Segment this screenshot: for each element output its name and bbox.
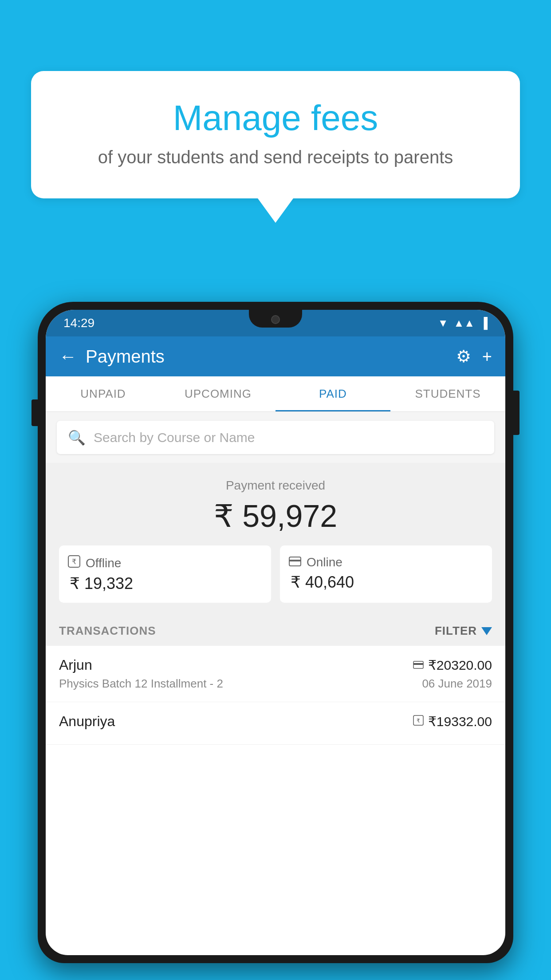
transaction-course: Physics Batch 12 Installment - 2 xyxy=(59,677,223,691)
payment-received-amount: ₹ 59,972 xyxy=(59,498,492,534)
tab-unpaid[interactable]: UNPAID xyxy=(46,376,161,411)
tabs: UNPAID UPCOMING PAID STUDENTS xyxy=(46,376,505,412)
gear-icon[interactable]: ⚙ xyxy=(456,347,471,366)
transaction-amount-wrap-2: ₹ ₹19332.00 xyxy=(413,714,492,729)
transaction-row[interactable]: Arjun ₹20320.00 Physics Batch 12 Install… xyxy=(46,646,505,702)
phone-screen: 14:29 ▼ ▲▲ ▐ ← Payments ⚙ + xyxy=(46,310,505,955)
signal-icon: ▲▲ xyxy=(453,317,475,329)
status-icons: ▼ ▲▲ ▐ xyxy=(438,317,488,329)
search-container: 🔍 Search by Course or Name xyxy=(46,412,505,463)
svg-rect-5 xyxy=(413,663,423,665)
transaction-name: Arjun xyxy=(59,657,92,673)
phone-outer: 14:29 ▼ ▲▲ ▐ ← Payments ⚙ + xyxy=(38,302,513,963)
speech-bubble: Manage fees of your students and send re… xyxy=(31,71,520,198)
online-label: Online xyxy=(307,555,342,569)
back-button[interactable]: ← xyxy=(59,347,77,367)
tab-paid[interactable]: PAID xyxy=(276,376,390,411)
offline-amount: ₹ 19,332 xyxy=(70,574,133,593)
transaction-top: Arjun ₹20320.00 xyxy=(59,657,492,673)
transaction-row[interactable]: Anupriya ₹ ₹19332.00 xyxy=(46,702,505,745)
transaction-name-2: Anupriya xyxy=(59,713,115,730)
status-time: 14:29 xyxy=(63,316,94,330)
search-placeholder: Search by Course or Name xyxy=(94,430,255,445)
phone-notch xyxy=(249,310,302,328)
transaction-amount-2: ₹19332.00 xyxy=(428,714,492,729)
notch-camera xyxy=(271,315,280,324)
tab-students[interactable]: STUDENTS xyxy=(390,376,505,411)
payment-received-label: Payment received xyxy=(59,478,492,493)
offline-card: ₹ Offline ₹ 19,332 xyxy=(59,545,271,603)
app-header-right: ⚙ + xyxy=(456,347,492,366)
transaction-amount: ₹20320.00 xyxy=(428,657,492,673)
app-header-left: ← Payments xyxy=(59,347,165,367)
tab-upcoming[interactable]: UPCOMING xyxy=(161,376,276,411)
speech-bubble-title: Manage fees xyxy=(67,98,484,138)
payment-received-section: Payment received ₹ 59,972 ₹ Offl xyxy=(46,463,505,616)
online-card-header: Online xyxy=(289,555,342,569)
rupee-box-icon: ₹ xyxy=(68,555,80,571)
transaction-top-2: Anupriya ₹ ₹19332.00 xyxy=(59,713,492,730)
offline-card-header: ₹ Offline xyxy=(68,555,121,571)
plus-icon[interactable]: + xyxy=(482,347,492,366)
filter-icon xyxy=(481,627,492,635)
card-icon-small xyxy=(413,658,424,672)
svg-rect-3 xyxy=(289,560,301,561)
app-header: ← Payments ⚙ + xyxy=(46,336,505,376)
offline-label: Offline xyxy=(86,556,121,570)
transactions-header: TRANSACTIONS FILTER xyxy=(46,616,505,646)
speech-bubble-wrapper: Manage fees of your students and send re… xyxy=(31,71,520,223)
search-bar[interactable]: 🔍 Search by Course or Name xyxy=(57,421,494,454)
app-title: Payments xyxy=(86,347,165,367)
speech-bubble-subtitle: of your students and send receipts to pa… xyxy=(67,147,484,167)
wifi-icon: ▼ xyxy=(438,317,449,329)
credit-card-icon xyxy=(289,555,301,569)
filter-label: FILTER xyxy=(435,624,477,638)
svg-text:₹: ₹ xyxy=(417,718,420,724)
search-icon: 🔍 xyxy=(68,429,86,446)
svg-text:₹: ₹ xyxy=(72,558,76,565)
rupee-icon-small: ₹ xyxy=(413,715,424,728)
online-amount: ₹ 40,640 xyxy=(291,573,354,592)
transactions-label: TRANSACTIONS xyxy=(59,624,156,638)
transaction-amount-wrap: ₹20320.00 xyxy=(413,657,492,673)
battery-icon: ▐ xyxy=(480,317,488,329)
phone-wrapper: 14:29 ▼ ▲▲ ▐ ← Payments ⚙ + xyxy=(38,302,513,980)
transaction-date: 06 June 2019 xyxy=(422,677,492,691)
online-card: Online ₹ 40,640 xyxy=(280,545,492,603)
speech-bubble-arrow xyxy=(258,198,293,223)
transaction-bottom: Physics Batch 12 Installment - 2 06 June… xyxy=(59,677,492,691)
filter-button[interactable]: FILTER xyxy=(435,624,492,638)
payment-cards: ₹ Offline ₹ 19,332 xyxy=(59,545,492,603)
